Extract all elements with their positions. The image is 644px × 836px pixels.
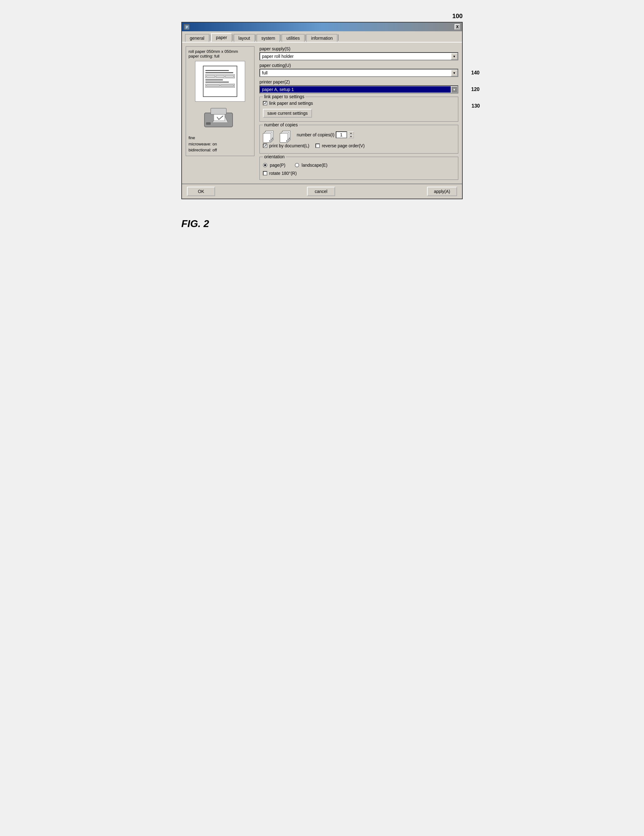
preview-table-row2 bbox=[205, 84, 235, 88]
page-radio[interactable] bbox=[263, 163, 267, 167]
right-panel: paper supply(S) paper roll holder ▼ pape… bbox=[259, 46, 458, 180]
tab-bar: general paper layout system utilities in… bbox=[182, 31, 462, 42]
copies-input-group: number of copies(I) ▲ ▼ bbox=[297, 131, 354, 138]
tab-divider-1 bbox=[210, 34, 210, 41]
ok-button[interactable]: OK bbox=[187, 187, 215, 196]
copies-input[interactable] bbox=[336, 131, 347, 138]
print-status: fine microweave: on bidirectional: off bbox=[189, 135, 252, 153]
copy-page-front: 1 bbox=[263, 133, 271, 143]
page-radio-label: page(P) bbox=[270, 163, 285, 168]
page-radio-row[interactable]: page(P) bbox=[263, 163, 285, 168]
printer-icon-area bbox=[200, 104, 240, 132]
printer-paper-dropdown[interactable]: paper A, setup 1 ▼ 120 bbox=[259, 85, 458, 93]
orientation-group: orientation page(P) landscape(E) bbox=[259, 157, 458, 180]
preview-text-line1: roll paper 050mm x 050mm bbox=[189, 49, 252, 54]
copies-spinner: ▲ ▼ bbox=[348, 131, 354, 138]
print-by-doc-row[interactable]: print by document(L) bbox=[263, 143, 309, 148]
landscape-radio[interactable] bbox=[295, 163, 299, 167]
paper-cutting-arrow[interactable]: ▼ bbox=[451, 69, 458, 76]
copy-page-front2: 1 bbox=[280, 133, 288, 143]
svg-text:P: P bbox=[186, 26, 188, 29]
tab-system[interactable]: system bbox=[257, 34, 280, 42]
link-paper-checkbox-label: link paper and settings bbox=[269, 101, 313, 106]
ref-number-top: 100 bbox=[452, 13, 463, 20]
preview-line bbox=[205, 72, 233, 73]
reverse-order-checkbox[interactable] bbox=[315, 144, 320, 148]
paper-supply-dropdown[interactable]: paper roll holder ▼ bbox=[259, 52, 458, 60]
title-bar: P X bbox=[182, 23, 462, 31]
save-settings-button[interactable]: save current settings bbox=[263, 109, 312, 118]
printer-paper-label: printer paper(Z) bbox=[259, 80, 458, 85]
svg-rect-4 bbox=[214, 114, 225, 121]
reverse-order-row[interactable]: reverse page order(V) bbox=[315, 143, 365, 148]
paper-cutting-label: paper cutting(U) bbox=[259, 63, 458, 68]
close-button[interactable]: X bbox=[455, 24, 460, 30]
paper-supply-value: paper roll holder bbox=[260, 53, 451, 59]
preview-line bbox=[205, 80, 223, 80]
ref-130: 130 bbox=[471, 103, 480, 109]
preview-line bbox=[205, 82, 229, 83]
print-status-line2: microweave: on bbox=[189, 141, 252, 147]
link-paper-checkbox[interactable] bbox=[263, 101, 267, 105]
dialog-window: P X general paper layout system utilitie… bbox=[181, 22, 463, 199]
link-paper-checkbox-row[interactable]: link paper and settings bbox=[263, 101, 455, 106]
tab-utilities[interactable]: utilities bbox=[282, 34, 305, 42]
tab-information[interactable]: information bbox=[307, 34, 337, 42]
fig-caption: FIG. 2 bbox=[181, 218, 463, 230]
printer-svg bbox=[201, 105, 239, 132]
left-panel: roll paper 050mm x 050mm paper cutting: … bbox=[186, 46, 254, 180]
preview-doc bbox=[203, 66, 237, 97]
copy-icon-1: 3 2 1 bbox=[263, 129, 277, 140]
landscape-radio-row[interactable]: landscape(E) bbox=[295, 163, 328, 168]
paper-supply-arrow[interactable]: ▼ bbox=[451, 53, 458, 60]
paper-cutting-value: full bbox=[260, 70, 451, 76]
rotate-label: rotate 180°(R) bbox=[269, 171, 297, 176]
svg-rect-3 bbox=[211, 108, 227, 114]
tab-divider-4 bbox=[280, 34, 281, 41]
document-preview bbox=[195, 61, 245, 102]
apply-button[interactable]: apply(A) bbox=[427, 187, 457, 196]
preview-table-row bbox=[205, 74, 235, 78]
ref-140: 140 bbox=[471, 70, 479, 76]
ref-120: 120 bbox=[471, 87, 479, 92]
copies-group: number of copies 3 2 1 bbox=[259, 125, 458, 153]
copies-icons-row: 3 2 1 3 bbox=[263, 129, 455, 140]
copies-group-title: number of copies bbox=[263, 122, 299, 127]
preview-line bbox=[205, 70, 229, 71]
landscape-radio-label: landscape(E) bbox=[302, 163, 328, 168]
copies-up-button[interactable]: ▲ bbox=[348, 131, 354, 135]
tab-layout[interactable]: layout bbox=[234, 34, 255, 42]
tab-divider-6 bbox=[338, 34, 339, 41]
dialog-content: roll paper 050mm x 050mm paper cutting: … bbox=[182, 42, 462, 184]
printer-paper-arrow[interactable]: ▼ bbox=[451, 86, 458, 93]
link-paper-group-title: link paper to settings bbox=[263, 94, 305, 99]
print-status-line1: fine bbox=[189, 135, 252, 141]
print-by-doc-checkbox[interactable] bbox=[263, 144, 267, 148]
copies-options-row: print by document(L) reverse page order(… bbox=[263, 142, 455, 150]
svg-rect-5 bbox=[206, 122, 211, 125]
cancel-button[interactable]: cancel bbox=[307, 187, 335, 196]
tab-general[interactable]: general bbox=[185, 34, 209, 42]
app-icon: P bbox=[184, 24, 189, 30]
tab-divider-3 bbox=[255, 34, 256, 41]
link-paper-group: link paper to settings link paper and se… bbox=[259, 96, 458, 122]
print-by-doc-label: print by document(L) bbox=[269, 143, 309, 148]
orientation-group-title: orientation bbox=[263, 154, 286, 159]
preview-lines bbox=[204, 66, 236, 91]
printer-paper-value: paper A, setup 1 bbox=[260, 87, 451, 93]
print-status-line3: bidirectional: off bbox=[189, 147, 252, 153]
rotate-row[interactable]: rotate 180°(R) bbox=[263, 171, 455, 176]
tab-divider-2 bbox=[233, 34, 233, 41]
save-settings-container: save current settings bbox=[263, 108, 455, 119]
tab-divider-5 bbox=[305, 34, 306, 41]
rotate-checkbox[interactable] bbox=[263, 171, 267, 175]
copies-down-button[interactable]: ▼ bbox=[348, 135, 354, 138]
dialog-footer: OK cancel apply(A) bbox=[182, 184, 462, 199]
tab-paper[interactable]: paper bbox=[211, 33, 232, 42]
preview-text-line2: paper cutting: full bbox=[189, 54, 252, 59]
copies-label: number of copies(I) bbox=[297, 132, 334, 137]
orientation-radios: page(P) landscape(E) bbox=[263, 161, 455, 170]
paper-cutting-dropdown[interactable]: full ▼ 140 bbox=[259, 69, 458, 77]
reverse-order-label: reverse page order(V) bbox=[322, 143, 365, 148]
preview-info-box: roll paper 050mm x 050mm paper cutting: … bbox=[186, 46, 254, 156]
